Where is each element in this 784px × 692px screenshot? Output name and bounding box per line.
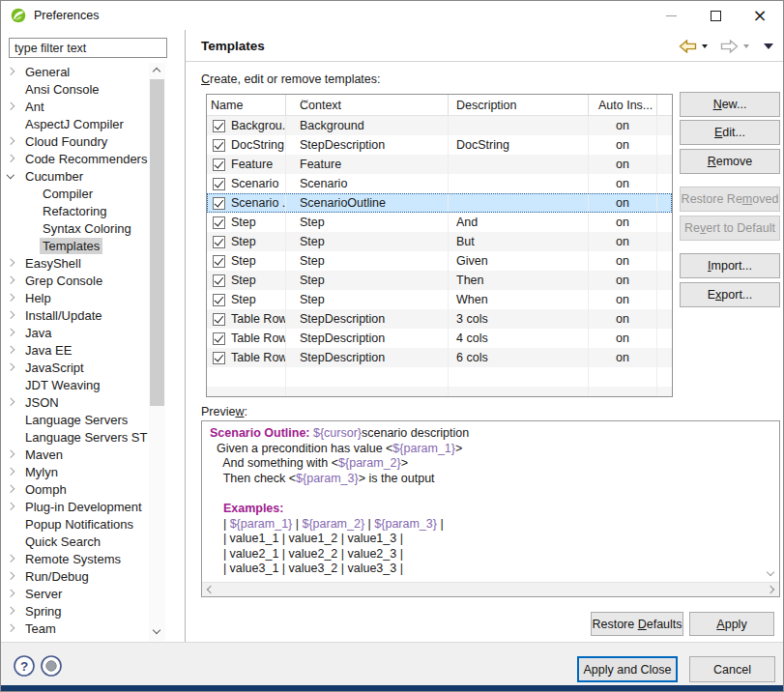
help-icon[interactable]: ? [13,654,36,678]
tree-item-language-servers-sts[interactable]: Language Servers STS [3,428,148,446]
tree-item-templates[interactable]: Templates [3,237,148,254]
tree-item-spring[interactable]: Spring [3,602,148,620]
tree-item-javascript[interactable]: JavaScript [3,359,148,376]
table-row[interactable]: DocStringStepDescriptionDocStringon [207,135,672,155]
tree-expander[interactable] [3,175,22,178]
tree-item-install-update[interactable]: Install/Update [3,306,148,324]
scroll-left-icon[interactable] [207,586,215,593]
tree-scrollbar[interactable] [149,63,165,641]
tree-expander[interactable] [3,625,22,631]
tree-item-language-servers[interactable]: Language Servers [3,411,148,428]
tree-item-terminal[interactable]: Terminal [3,637,148,641]
apply-button[interactable]: Apply [689,612,774,636]
table-row[interactable]: StepStepThenon [207,271,672,290]
table-row[interactable]: FeatureFeatureon [207,155,672,174]
new-button[interactable]: New... [680,92,780,117]
tree-expander[interactable] [3,330,22,335]
tree-item-team[interactable]: Team [3,620,148,637]
revert-to-default-button[interactable]: Revert to Default [680,216,780,241]
scroll-right-icon[interactable] [767,586,774,593]
template-checkbox[interactable] [213,236,225,248]
preview-horizontal-scrollbar[interactable] [202,582,779,596]
table-row[interactable]: StepStepWhenon [207,290,672,309]
tree-item-java[interactable]: Java [3,324,148,341]
tree-item-quick-search[interactable]: Quick Search [3,533,148,550]
tree-expander[interactable] [3,591,22,596]
tree-item-oomph[interactable]: Oomph [3,480,148,498]
tree-expander[interactable] [3,556,22,562]
tree-item-ant[interactable]: Ant [3,98,148,115]
filter-input[interactable] [9,38,167,58]
table-row[interactable]: Scenario ...ScenarioOutlineon [207,193,672,213]
table-row[interactable]: Table RowStepDescription3 colson [207,309,672,329]
template-checkbox[interactable] [213,120,225,132]
tree-item-help[interactable]: Help [3,289,148,306]
restore-defaults-button[interactable]: Restore Defaults [591,612,683,636]
scroll-down-icon[interactable] [153,626,160,634]
tree-expander[interactable] [3,295,22,301]
tree-item-aspectj-compiler[interactable]: AspectJ Compiler [3,115,148,132]
back-arrow-icon[interactable] [678,40,698,53]
tree-item-cucumber[interactable]: Cucumber [3,167,148,185]
maximize-button[interactable] [693,1,738,30]
tree-item-json[interactable]: JSON [3,393,148,411]
tree-expander[interactable] [3,399,22,405]
template-checkbox[interactable] [213,139,225,152]
tree-item-code-recommenders[interactable]: Code Recommenders [3,150,148,167]
preview-content[interactable]: Scenario Outline: ${cursor}scenario desc… [202,421,779,582]
template-checkbox[interactable] [213,313,225,326]
tree-expander[interactable] [3,451,22,457]
template-checkbox[interactable] [213,159,225,171]
tree-expander[interactable] [3,138,22,144]
tree-item-cloud-foundry[interactable]: Cloud Foundry [3,132,148,150]
tree-expander[interactable] [3,312,22,318]
tree-item-remote-systems[interactable]: Remote Systems [3,550,148,567]
forward-arrow-icon[interactable] [719,40,740,53]
tree-item-ansi-console[interactable]: Ansi Console [3,80,148,98]
template-checkbox[interactable] [213,332,225,345]
tree-expander[interactable] [3,103,22,109]
tree-item-run-debug[interactable]: Run/Debug [3,567,148,585]
tree-expander[interactable] [3,364,22,370]
edit-button[interactable]: Edit... [680,120,780,145]
tree-expander[interactable] [3,469,22,475]
scroll-up-icon[interactable] [153,68,160,75]
restore-removed-button[interactable]: Restore Removed [680,187,780,212]
table-row[interactable]: StepStepGivenon [207,251,672,271]
tree-expander[interactable] [3,277,22,283]
table-row[interactable]: StepStepButon [207,232,672,251]
apply-and-close-button[interactable]: Apply and Close [577,656,678,682]
template-checkbox[interactable] [213,178,225,190]
template-checkbox[interactable] [213,352,225,364]
tree-item-general[interactable]: General [3,63,148,80]
tree-scrollbar-thumb[interactable] [150,79,164,406]
tree-item-easyshell[interactable]: EasyShell [3,254,148,272]
import-button[interactable]: Import... [680,253,780,278]
table-row[interactable]: Backgrou...Backgroundon [207,116,672,135]
forward-menu-icon[interactable] [743,44,749,48]
tree-item-compiler[interactable]: Compiler [3,185,148,202]
column-header-name[interactable]: Name [207,95,286,115]
tree-item-mylyn[interactable]: Mylyn [3,463,148,480]
template-checkbox[interactable] [213,197,225,210]
tree-expander[interactable] [3,486,22,492]
template-checkbox[interactable] [213,255,225,268]
column-header-context[interactable]: Context [286,95,449,115]
column-header-auto-ins[interactable]: Auto Ins... [589,95,657,115]
tree-item-jdt-weaving[interactable]: JDT Weaving [3,376,148,393]
view-menu-icon[interactable] [764,43,773,49]
template-checkbox[interactable] [213,294,225,306]
table-row[interactable]: ScenarioScenarioon [207,174,672,193]
tree-item-java-ee[interactable]: Java EE [3,341,148,359]
tree-item-syntax-coloring[interactable]: Syntax Coloring [3,219,148,237]
table-header[interactable]: NameContextDescriptionAuto Ins... [207,95,672,116]
export-button[interactable]: Export... [680,282,780,307]
tree-expander[interactable] [3,69,22,74]
tree-expander[interactable] [3,347,22,353]
tree-expander[interactable] [3,260,22,266]
table-row[interactable]: Table RowStepDescription6 colson [207,348,672,367]
minimize-button[interactable] [649,1,693,30]
column-header-description[interactable]: Description [449,95,589,115]
cancel-button[interactable]: Cancel [689,656,775,682]
tree-item-refactoring[interactable]: Refactoring [3,202,148,219]
